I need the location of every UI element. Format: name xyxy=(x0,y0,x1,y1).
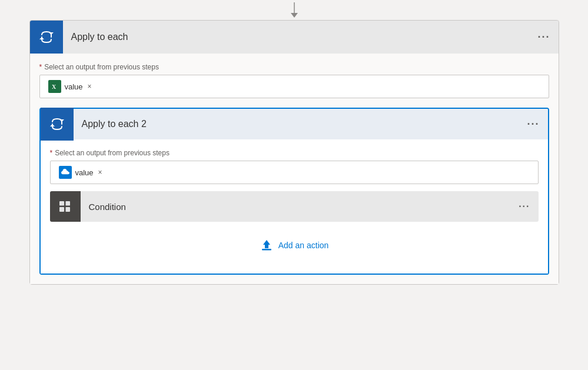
outer-label-text: Select an output from previous steps xyxy=(44,63,159,71)
outer-card-title: Apply to each xyxy=(63,32,538,42)
inner-asterisk: * xyxy=(50,149,53,157)
condition-title: Condition xyxy=(81,202,519,212)
condition-row[interactable]: Condition ··· xyxy=(50,191,539,222)
inner-input-field[interactable]: value × xyxy=(50,161,539,184)
outer-apply-to-each-card: Apply to each ··· * Select an output fro… xyxy=(29,20,559,285)
inner-card-body: * Select an output from previous steps v… xyxy=(41,139,548,274)
svg-marker-15 xyxy=(263,240,270,248)
outer-tag: X value × xyxy=(46,79,94,94)
svg-rect-9 xyxy=(65,201,70,206)
add-action-label: Add an action xyxy=(278,241,329,250)
add-action-button[interactable]: Add an action xyxy=(260,238,329,252)
canvas: Apply to each ··· * Select an output fro… xyxy=(0,0,588,370)
inner-tag-text: value xyxy=(75,168,94,177)
svg-text:X: X xyxy=(52,84,57,90)
inner-tag: value × xyxy=(57,165,105,180)
outer-input-field[interactable]: X value × xyxy=(39,75,549,98)
outer-asterisk: * xyxy=(39,63,42,71)
svg-marker-1 xyxy=(291,13,298,18)
cloud-icon xyxy=(59,166,72,179)
inner-apply-to-each-card: Apply to each 2 ··· * Select an output f… xyxy=(39,108,549,275)
outer-card-body: * Select an output from previous steps X… xyxy=(30,54,559,284)
outer-card-menu[interactable]: ··· xyxy=(537,31,558,44)
outer-field-label: * Select an output from previous steps xyxy=(39,63,549,71)
condition-icon xyxy=(50,191,81,222)
svg-rect-14 xyxy=(262,249,271,251)
outer-loop-icon xyxy=(30,21,63,54)
inner-loop-icon xyxy=(41,108,74,141)
inner-card-header: Apply to each 2 ··· xyxy=(41,109,548,139)
inner-field-label: * Select an output from previous steps xyxy=(50,149,539,157)
svg-rect-8 xyxy=(59,201,64,206)
condition-menu[interactable]: ··· xyxy=(519,201,538,212)
svg-rect-10 xyxy=(59,207,64,212)
svg-marker-6 xyxy=(59,119,64,122)
inner-label-text: Select an output from previous steps xyxy=(55,149,170,157)
add-action-area: Add an action xyxy=(50,222,539,264)
inner-card-menu[interactable]: ··· xyxy=(527,118,547,131)
outer-card-header: Apply to each ··· xyxy=(30,21,559,54)
svg-rect-11 xyxy=(65,207,70,212)
svg-marker-2 xyxy=(49,32,54,35)
connector-arrow xyxy=(287,0,301,20)
inner-tag-remove[interactable]: × xyxy=(98,168,102,176)
excel-icon: X xyxy=(48,80,61,93)
outer-tag-remove[interactable]: × xyxy=(88,82,92,91)
svg-marker-3 xyxy=(39,37,44,39)
inner-card-title: Apply to each 2 xyxy=(74,119,527,129)
outer-tag-text: value xyxy=(65,82,83,91)
svg-marker-7 xyxy=(50,124,55,126)
add-action-icon xyxy=(260,238,274,252)
